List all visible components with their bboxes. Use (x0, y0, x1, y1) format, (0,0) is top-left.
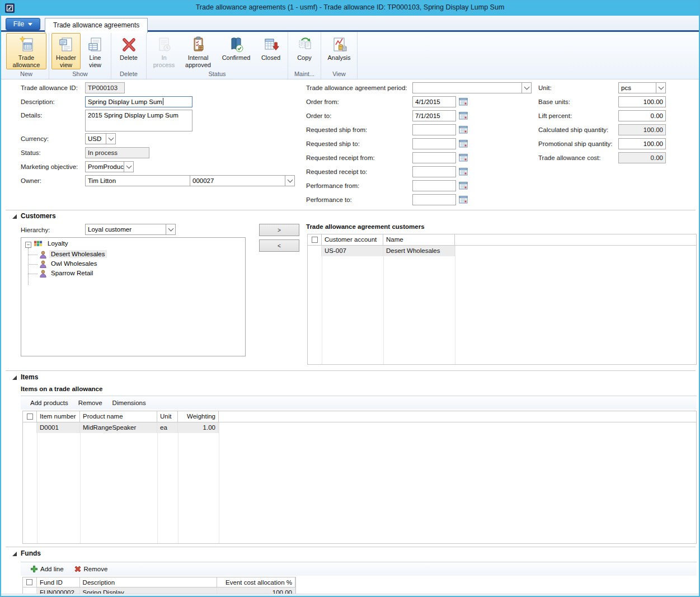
hierarchy-dropdown-button[interactable] (166, 224, 176, 235)
tree-node-sparrow-retail[interactable]: Sparrow Retail (49, 270, 95, 276)
customers-section-title: Customers (21, 212, 56, 220)
file-menu-button[interactable]: File (6, 18, 40, 30)
column-header-product-name[interactable]: Product name (80, 411, 157, 422)
analysis-button-label: Analysis (328, 54, 351, 62)
line-view-button[interactable]: Line view (82, 33, 109, 69)
currency-field[interactable]: USD (85, 133, 106, 144)
select-all-checkbox[interactable] (26, 579, 32, 585)
header-view-icon (57, 35, 75, 54)
tree-node-desert-wholesales[interactable]: Desert Wholesales (49, 251, 107, 257)
select-all-checkbox[interactable] (27, 413, 33, 420)
tree-node-label: Sparrow Retail (49, 269, 95, 277)
customer-person-icon (39, 260, 48, 269)
requested-receipt-to-field[interactable] (412, 166, 456, 177)
ribbon-group-label-maintain: Maint... (290, 69, 319, 79)
tree-collapse-icon[interactable]: − (25, 242, 31, 248)
tree-node-owl-wholesales[interactable]: Owl Wholesales (49, 260, 98, 267)
calendar-icon[interactable] (459, 125, 468, 134)
customers-grid-header: Customer account Name (308, 234, 696, 246)
owner-code-field[interactable]: 000027 (190, 175, 285, 186)
unit-dropdown-button[interactable] (656, 82, 666, 93)
grid-column-line (219, 422, 219, 543)
agreement-period-field[interactable] (412, 82, 522, 93)
remove-fund-button[interactable]: Remove (74, 565, 108, 573)
column-header-weighting[interactable]: Weighting (178, 411, 219, 422)
owner-label: Owner: (21, 177, 41, 184)
calendar-icon[interactable] (459, 167, 468, 176)
funds-toolbar: Add line Remove (21, 562, 697, 576)
add-line-button[interactable]: Add line (30, 565, 64, 573)
requested-ship-from-label: Requested ship from: (306, 126, 367, 133)
customer-row[interactable]: US-007 Desert Wholesales (308, 246, 696, 256)
performance-from-field[interactable] (412, 180, 456, 191)
requested-ship-from-field[interactable] (412, 124, 456, 135)
item-row[interactable]: D0001 MidRangeSpeaker ea 1.00 (23, 422, 696, 433)
tab-trade-allowance-agreements[interactable]: Trade allowance agreements (45, 18, 148, 33)
copy-button[interactable]: Copy (290, 33, 318, 69)
chevron-down-icon (524, 84, 529, 90)
text-caret (163, 98, 163, 105)
calendar-icon[interactable] (459, 111, 468, 120)
tree-node-loyalty[interactable]: Loyalty (46, 240, 69, 247)
column-header-item-number[interactable]: Item number (37, 411, 80, 422)
row-checkbox-cell[interactable] (308, 246, 322, 256)
move-left-button[interactable]: < (259, 239, 299, 252)
marketing-objective-field[interactable]: PromProduc (85, 161, 124, 172)
order-from-field[interactable]: 4/1/2015 (412, 96, 456, 107)
currency-dropdown-button[interactable] (106, 133, 116, 144)
funds-expander-icon[interactable] (12, 552, 17, 556)
calendar-icon[interactable] (459, 139, 468, 148)
dimensions-button[interactable]: Dimensions (112, 399, 146, 406)
column-header-name[interactable]: Name (383, 234, 455, 245)
requested-receipt-from-field[interactable] (412, 152, 456, 163)
remove-items-button[interactable]: Remove (78, 399, 102, 406)
confirmed-button[interactable]: Confirmed (217, 33, 255, 69)
base-units-label: Base units: (538, 98, 570, 105)
move-right-button[interactable]: > (259, 224, 299, 236)
description-field[interactable]: Spring Display Lump Sum (85, 96, 192, 107)
delete-button[interactable]: Delete (114, 33, 144, 69)
customers-expander-icon[interactable] (12, 214, 17, 219)
agreement-period-dropdown-button[interactable] (522, 82, 532, 93)
funds-grid-header: Fund ID Description Event cost allocatio… (23, 577, 295, 587)
calendar-icon[interactable] (459, 195, 468, 204)
lift-percent-field[interactable]: 0.00 (618, 110, 666, 121)
details-field[interactable]: 2015 Spring Display Lump Sum (85, 110, 192, 131)
header-checkbox-cell (308, 234, 322, 245)
base-units-field[interactable]: 100.00 (618, 96, 666, 107)
column-header-customer-account[interactable]: Customer account (322, 234, 383, 245)
analysis-button[interactable]: Analysis (323, 33, 355, 69)
select-all-checkbox[interactable] (312, 237, 318, 243)
ribbon-group-status: In process Internal approved Confirmed (147, 32, 288, 79)
trade-allowance-id-field[interactable]: TP000103 (85, 82, 125, 93)
items-expander-icon[interactable] (12, 375, 17, 380)
owner-name-field[interactable]: Tim Litton (85, 175, 190, 186)
promotional-ship-quantity-field[interactable]: 100.00 (618, 138, 666, 149)
performance-from-label: Performance from: (306, 182, 359, 189)
grid-column-line (178, 422, 178, 543)
tree-node-label: Owl Wholesales (49, 260, 98, 267)
details-label: Details: (21, 112, 42, 119)
calendar-icon[interactable] (459, 181, 468, 190)
internal-approved-button[interactable]: Internal approved (180, 33, 216, 69)
calendar-icon[interactable] (459, 97, 468, 106)
requested-ship-to-field[interactable] (412, 138, 456, 149)
column-header-event-cost-allocation[interactable]: Event cost allocation % (217, 577, 295, 587)
closed-button[interactable]: Closed (256, 33, 285, 69)
order-to-field[interactable]: 7/1/2015 (412, 110, 456, 121)
column-header-description[interactable]: Description (80, 577, 217, 587)
owner-dropdown-button[interactable] (285, 175, 295, 186)
header-view-button[interactable]: Header view (51, 33, 81, 69)
order-to-label: Order to: (306, 112, 331, 119)
row-checkbox-cell[interactable] (23, 422, 37, 433)
column-header-unit[interactable]: Unit (157, 411, 178, 422)
column-header-fund-id[interactable]: Fund ID (37, 577, 80, 587)
hierarchy-field[interactable]: Loyal customer (85, 224, 166, 235)
requested-ship-to-label: Requested ship to: (306, 140, 360, 147)
trade-allowance-button[interactable]: Trade allowance (6, 33, 46, 69)
performance-to-field[interactable] (412, 194, 456, 205)
unit-field[interactable]: pcs (618, 82, 656, 93)
marketing-objective-dropdown-button[interactable] (124, 161, 134, 172)
add-products-button[interactable]: Add products (30, 399, 68, 406)
calendar-icon[interactable] (459, 153, 468, 162)
